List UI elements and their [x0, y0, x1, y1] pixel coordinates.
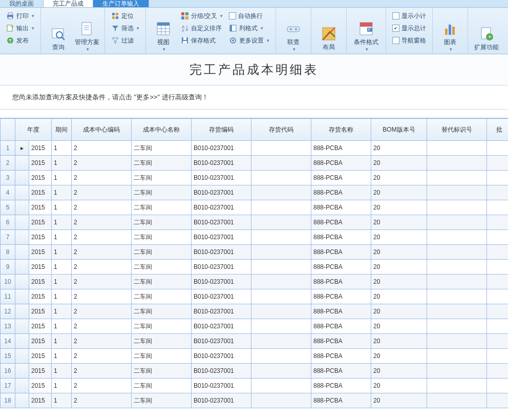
print-button[interactable]: 打印▾	[5, 11, 35, 21]
filter-button[interactable]: 筛选▾	[110, 23, 140, 33]
save-format-button[interactable]: 保存格式	[180, 35, 224, 46]
view-icon	[155, 20, 172, 37]
table-row[interactable]: 1▸201512二车间B010-0237001888-PCBA20	[1, 141, 509, 156]
cell-invname: 888-PCBA	[311, 156, 371, 171]
sort-button[interactable]: AZ自定义排序	[180, 23, 224, 33]
table-row[interactable]: 2201512二车间B010-0237001888-PCBA20	[1, 156, 509, 171]
table-row[interactable]: 4201512二车间B010-0237001888-PCBA20	[1, 185, 509, 200]
extend-button[interactable]: + 扩展功能	[471, 10, 502, 52]
row-marker	[15, 334, 29, 349]
cell-invcode2	[251, 319, 311, 334]
col-batch[interactable]: 批	[487, 119, 509, 141]
link-label: 联查	[287, 38, 300, 47]
cell-invcode: B010-0237001	[192, 245, 251, 260]
cell-period: 1	[52, 245, 72, 260]
cell-invcode2	[251, 349, 311, 364]
cell-period: 1	[52, 349, 72, 364]
data-grid[interactable]: 年度 期间 成本中心编码 成本中心名称 存货编码 存货代码 存货名称 BOM版本…	[0, 118, 508, 408]
col-bom[interactable]: BOM版本号	[371, 119, 427, 141]
cell-cccode: 2	[72, 304, 132, 319]
cell-invcode2	[251, 289, 311, 304]
scheme-button[interactable]: 管理方案▾	[73, 10, 101, 52]
cell-period: 1	[52, 393, 72, 408]
nav-pane-check[interactable]: 导航窗格	[391, 35, 427, 46]
show-subtotal-check[interactable]: 显示小计	[391, 11, 427, 21]
cell-cccode: 2	[72, 230, 132, 245]
table-row[interactable]: 5201512二车间B010-0237001888-PCBA20	[1, 200, 509, 215]
row-number: 16	[1, 364, 15, 379]
row-number: 12	[1, 304, 15, 319]
group-button[interactable]: 分组/交叉▾	[180, 11, 224, 21]
cell-bom: 20	[371, 260, 427, 275]
cond-format-button[interactable]: if 条件格式▾	[350, 10, 383, 52]
sort-label: 自定义排序	[191, 24, 222, 33]
export-button[interactable]: 输出▾	[5, 23, 35, 33]
more-settings-button[interactable]: 更多设置▾	[228, 35, 270, 46]
table-row[interactable]: 16201512二车间B010-0237001888-PCBA20	[1, 364, 509, 379]
tab-production-order[interactable]: 生产订单输入	[93, 0, 149, 7]
svg-rect-15	[116, 16, 118, 19]
table-row[interactable]: 18201512二车间B010-0237001888-PCBA20	[1, 393, 509, 408]
report-title-bar: 完工产品成本明细表	[0, 54, 508, 85]
show-total-check[interactable]: ✔显示总计	[391, 23, 427, 33]
table-row[interactable]: 13201512二车间B010-0237001888-PCBA20	[1, 319, 509, 334]
row-number: 8	[1, 245, 15, 260]
link-button[interactable]: 联查▾	[279, 10, 308, 52]
col-sub[interactable]: 替代标识号	[427, 119, 487, 141]
row-number: 7	[1, 230, 15, 245]
table-row[interactable]: 8201512二车间B010-0237001888-PCBA20	[1, 245, 509, 260]
table-row[interactable]: 12201512二车间B010-0237001888-PCBA20	[1, 304, 509, 319]
locate-label: 定位	[121, 12, 134, 20]
svg-rect-12	[112, 13, 115, 15]
print-label: 打印	[16, 12, 29, 20]
table-row[interactable]: 11201512二车间B010-0237001888-PCBA20	[1, 289, 509, 304]
colfmt-button[interactable]: 列格式▾	[228, 23, 270, 33]
cell-cccode: 2	[72, 245, 132, 260]
svg-text:if: if	[368, 28, 370, 31]
filter2-button[interactable]: 过滤	[110, 35, 140, 46]
row-marker	[15, 319, 29, 334]
export-icon	[6, 24, 14, 32]
cell-period: 1	[52, 319, 72, 334]
tab-desktop[interactable]: 我的桌面	[0, 0, 44, 7]
table-row[interactable]: 15201512二车间B010-0237001888-PCBA20	[1, 349, 509, 364]
table-row[interactable]: 14201512二车间B010-0237001888-PCBA20	[1, 334, 509, 349]
table-row[interactable]: 7201512二车间B010-0237001888-PCBA20	[1, 230, 509, 245]
column-icon	[229, 24, 237, 32]
scheme-icon	[79, 20, 95, 37]
chart-button[interactable]: 图表▾	[436, 10, 464, 52]
cell-bom: 20	[371, 349, 427, 364]
search-button[interactable]: 查询	[44, 10, 73, 52]
col-cost-center-code[interactable]: 成本中心编码	[72, 119, 132, 141]
save-label: 保存格式	[191, 36, 216, 45]
locate-icon	[111, 12, 119, 20]
table-row[interactable]: 3201512二车间B010-0237001888-PCBA20	[1, 171, 509, 185]
layout-button[interactable]: 布局	[314, 10, 343, 52]
col-inventory-name[interactable]: 存货名称	[311, 119, 371, 141]
col-cost-center-name[interactable]: 成本中心名称	[132, 119, 192, 141]
dropdown-icon: ▾	[32, 26, 34, 31]
autowrap-check[interactable]: 自动换行	[228, 11, 270, 21]
export-label: 输出	[16, 24, 29, 33]
col-inventory-code2[interactable]: 存货代码	[251, 119, 311, 141]
view-button[interactable]: 视图▾	[149, 10, 178, 52]
locate-button[interactable]: 定位	[110, 11, 140, 21]
col-year[interactable]: 年度	[15, 119, 52, 141]
publish-button[interactable]: 发布	[5, 35, 35, 46]
col-period[interactable]: 期间	[52, 119, 72, 141]
table-row[interactable]: 6201512二车间B010-0237001888-PCBA20	[1, 215, 509, 230]
table-row[interactable]: 17201512二车间B010-0237001888-PCBA20	[1, 379, 509, 393]
cell-cccode: 2	[72, 200, 132, 215]
svg-rect-23	[185, 12, 188, 15]
cell-sub	[427, 319, 487, 334]
col-inventory-code[interactable]: 存货编码	[192, 119, 251, 141]
col-rownum[interactable]	[1, 119, 15, 141]
cell-bom: 20	[371, 289, 427, 304]
svg-rect-45	[449, 25, 451, 35]
table-row[interactable]: 10201512二车间B010-0237001888-PCBA20	[1, 275, 509, 289]
cell-invcode: B010-0237001	[192, 349, 251, 364]
tab-finished-cost[interactable]: 完工产品成	[44, 0, 93, 7]
table-row[interactable]: 9201512二车间B010-0237001888-PCBA20	[1, 260, 509, 275]
row-number: 2	[1, 156, 15, 171]
cell-ccname: 二车间	[132, 185, 192, 200]
